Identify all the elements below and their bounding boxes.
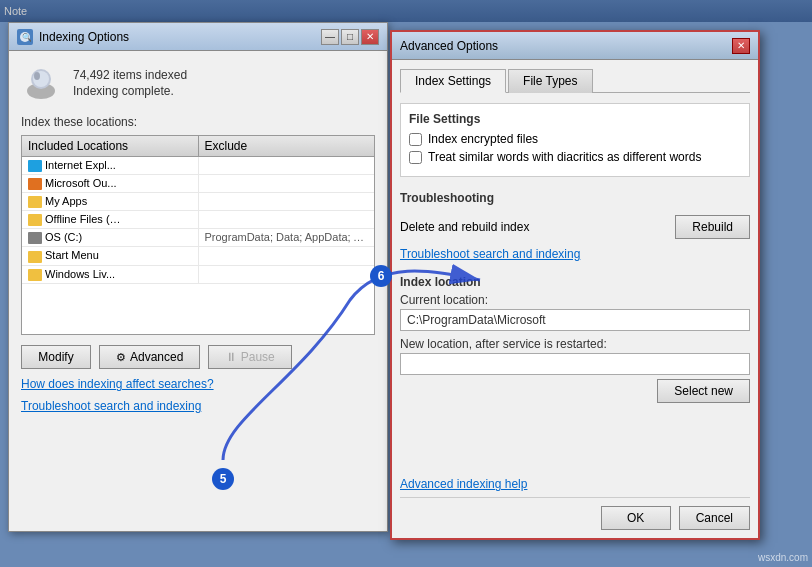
ok-button[interactable]: OK bbox=[601, 506, 671, 530]
troubleshoot-section-title: Troubleshooting bbox=[400, 191, 750, 205]
tabs-row: Index Settings File Types bbox=[400, 68, 750, 93]
cancel-button[interactable]: Cancel bbox=[679, 506, 750, 530]
locations-table: Included Locations Exclude Internet Expl… bbox=[21, 135, 375, 335]
file-settings-group: File Settings Index encrypted files Trea… bbox=[400, 103, 750, 177]
items-count: 74,492 items indexed bbox=[73, 68, 187, 82]
table-header: Included Locations Exclude bbox=[22, 136, 374, 157]
new-location-label: New location, after service is restarted… bbox=[400, 337, 750, 351]
dialog-footer: Advanced indexing help OK Cancel bbox=[392, 477, 758, 530]
index-location-section: Index location Current location: C:\Prog… bbox=[400, 275, 750, 403]
dialog-title: Advanced Options bbox=[400, 39, 498, 53]
advanced-label: Advanced bbox=[130, 350, 183, 364]
dialog-buttons: OK Cancel bbox=[400, 497, 750, 530]
indexing-titlebar: 🔍 Indexing Options — □ ✕ bbox=[9, 23, 387, 51]
rebuild-button[interactable]: Rebuild bbox=[675, 215, 750, 239]
current-location-label: Current location: bbox=[400, 293, 750, 307]
tab-file-types[interactable]: File Types bbox=[508, 69, 592, 93]
current-location-value: C:\ProgramData\Microsoft bbox=[400, 309, 750, 331]
troubleshoot-section: Troubleshooting Delete and rebuild index… bbox=[400, 185, 750, 267]
table-row[interactable]: My Apps bbox=[22, 193, 374, 211]
col-exclude: Exclude bbox=[199, 136, 375, 156]
taskbar: Note bbox=[0, 0, 812, 22]
table-row[interactable]: Offline Files (… bbox=[22, 211, 374, 229]
diacritics-checkbox-row: Treat similar words with diacritics as d… bbox=[409, 150, 741, 164]
table-row[interactable]: Internet Expl... bbox=[22, 157, 374, 175]
status-message: Indexing complete. bbox=[73, 84, 187, 98]
troubleshoot-search-link[interactable]: Troubleshoot search and indexing bbox=[400, 247, 750, 261]
delete-rebuild-label: Delete and rebuild index bbox=[400, 220, 529, 234]
advanced-icon: ⚙ bbox=[116, 351, 126, 364]
advanced-dialog: Advanced Options ✕ Index Settings File T… bbox=[390, 30, 760, 540]
advanced-button[interactable]: ⚙ Advanced bbox=[99, 345, 200, 369]
minimize-button[interactable]: — bbox=[321, 29, 339, 45]
step6-badge: 6 bbox=[370, 265, 392, 287]
troubleshoot-indexing-link-main[interactable]: Troubleshoot search and indexing bbox=[21, 399, 375, 413]
advanced-indexing-help-link[interactable]: Advanced indexing help bbox=[400, 477, 750, 491]
indexing-window-title: Indexing Options bbox=[39, 30, 129, 44]
dialog-close-button[interactable]: ✕ bbox=[732, 38, 750, 54]
status-area: 74,492 items indexed Indexing complete. bbox=[21, 63, 375, 103]
maximize-button[interactable]: □ bbox=[341, 29, 359, 45]
table-row[interactable]: Start Menu bbox=[22, 247, 374, 265]
step5-badge: 5 bbox=[212, 468, 234, 490]
taskbar-label: Note bbox=[4, 5, 27, 17]
svg-point-5 bbox=[34, 72, 40, 80]
table-row[interactable]: OS (C:)ProgramData; Data; AppData; AppDa… bbox=[22, 229, 374, 247]
action-buttons: Modify ⚙ Advanced ⏸ Pause bbox=[21, 345, 375, 369]
select-new-btn-row: Select new bbox=[400, 379, 750, 403]
select-new-button[interactable]: Select new bbox=[657, 379, 750, 403]
new-location-input[interactable] bbox=[400, 353, 750, 375]
diacritics-label: Treat similar words with diacritics as d… bbox=[428, 150, 701, 164]
status-icon bbox=[21, 63, 61, 103]
file-settings-title: File Settings bbox=[409, 112, 741, 126]
dialog-titlebar: Advanced Options ✕ bbox=[392, 32, 758, 60]
close-button[interactable]: ✕ bbox=[361, 29, 379, 45]
index-locations-label: Index these locations: bbox=[21, 115, 375, 129]
status-text-area: 74,492 items indexed Indexing complete. bbox=[73, 68, 187, 98]
pause-button[interactable]: ⏸ Pause bbox=[208, 345, 291, 369]
modify-button[interactable]: Modify bbox=[21, 345, 91, 369]
rebuild-row: Delete and rebuild index Rebuild bbox=[400, 211, 750, 243]
indexing-window-icon: 🔍 bbox=[17, 29, 33, 45]
col-included: Included Locations bbox=[22, 136, 199, 156]
locations-body: Internet Expl...Microsoft Ou...My AppsOf… bbox=[22, 157, 374, 284]
window-controls: — □ ✕ bbox=[321, 29, 379, 45]
diacritics-checkbox[interactable] bbox=[409, 151, 422, 164]
how-indexing-link[interactable]: How does indexing affect searches? bbox=[21, 377, 375, 391]
tab-index-settings[interactable]: Index Settings bbox=[400, 69, 506, 93]
svg-text:🔍: 🔍 bbox=[22, 32, 31, 42]
table-row[interactable]: Windows Liv... bbox=[22, 266, 374, 284]
index-location-title: Index location bbox=[400, 275, 750, 289]
encrypted-checkbox-row: Index encrypted files bbox=[409, 132, 741, 146]
table-row[interactable]: Microsoft Ou... bbox=[22, 175, 374, 193]
indexing-window: 🔍 Indexing Options — □ ✕ 74,492 items in… bbox=[8, 22, 388, 532]
encrypted-checkbox[interactable] bbox=[409, 133, 422, 146]
watermark: wsxdn.com bbox=[758, 552, 808, 563]
encrypted-label: Index encrypted files bbox=[428, 132, 538, 146]
